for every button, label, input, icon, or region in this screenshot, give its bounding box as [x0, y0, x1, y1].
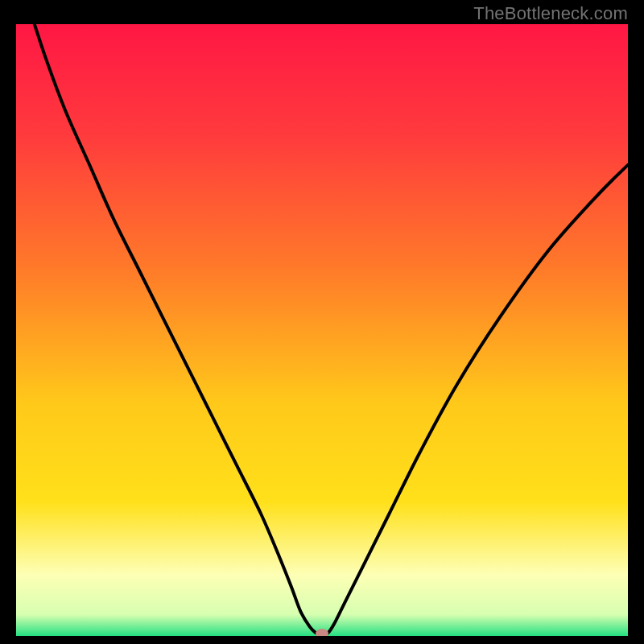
attribution-text: TheBottleneck.com — [473, 3, 628, 24]
plot-background — [16, 24, 628, 636]
chart-container: TheBottleneck.com — [0, 0, 644, 644]
bottleneck-plot — [16, 24, 628, 636]
